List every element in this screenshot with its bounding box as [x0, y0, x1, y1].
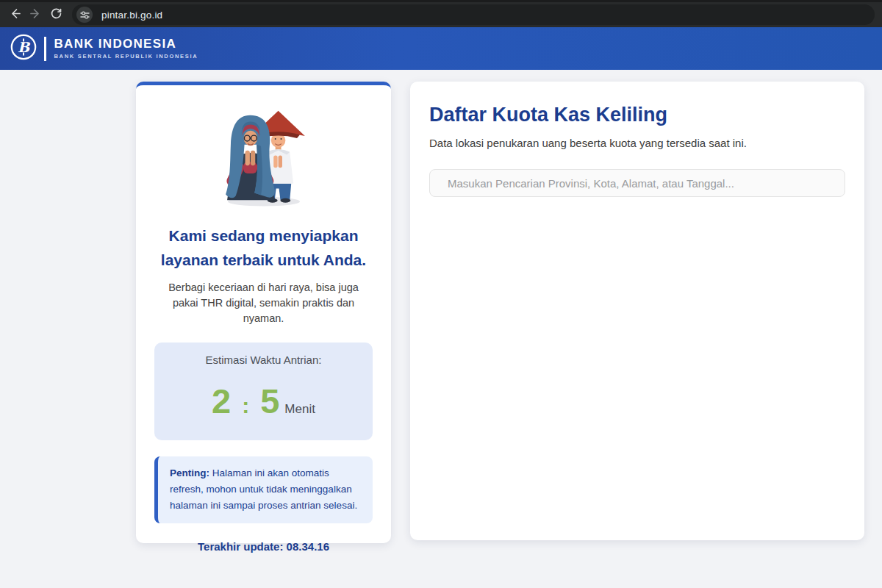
- time-unit: Menit: [284, 402, 315, 417]
- back-icon: [9, 7, 21, 22]
- queue-heading: Kami sedang menyiapkan layanan terbaik u…: [152, 223, 375, 272]
- time-seconds: 5: [260, 384, 279, 418]
- queue-description: Berbagi keceriaan di hari raya, bisa jug…: [154, 280, 373, 326]
- bank-tagline: BANK SENTRAL REPUBLIK INDONESIA: [54, 53, 198, 60]
- time-minutes: 2: [212, 384, 231, 418]
- quota-card: Daftar Kuota Kas Keliling Data lokasi pe…: [410, 82, 864, 540]
- screen: pintar.bi.go.id B BANK INDONESIA BANK SE…: [0, 0, 882, 588]
- forward-icon: [29, 7, 42, 22]
- quota-subtitle: Data lokasi penukaran uang beserta kuota…: [429, 137, 845, 149]
- greeting-illustration: [136, 104, 391, 212]
- reload-button[interactable]: [46, 4, 66, 25]
- last-update: Terakhir update: 08.34.16: [136, 540, 391, 553]
- reload-icon: [50, 7, 62, 22]
- queue-heading-line1: Kami sedang menyiapkan: [152, 223, 375, 248]
- estimate-time: 2 : 5 Menit: [162, 384, 365, 418]
- header-text: BANK INDONESIA BANK SENTRAL REPUBLIK IND…: [54, 37, 198, 60]
- brand-header: B BANK INDONESIA BANK SENTRAL REPUBLIK I…: [0, 27, 882, 70]
- estimate-box: Estimasi Waktu Antrian: 2 : 5 Menit: [154, 343, 373, 440]
- search-input[interactable]: [429, 169, 845, 197]
- url-bar[interactable]: pintar.bi.go.id: [72, 4, 875, 25]
- bank-indonesia-logo-icon: B: [10, 33, 37, 64]
- time-colon: :: [242, 393, 249, 418]
- queue-heading-line2: layanan terbaik untuk Anda.: [152, 248, 375, 272]
- header-divider: [44, 37, 46, 61]
- url-text: pintar.bi.go.id: [101, 10, 162, 21]
- bank-name: BANK INDONESIA: [54, 37, 198, 51]
- back-button[interactable]: [4, 4, 25, 25]
- notice-box: Penting: Halaman ini akan otomatis refre…: [154, 456, 373, 523]
- queue-status-card: Kami sedang menyiapkan layanan terbaik u…: [136, 82, 391, 543]
- browser-toolbar: pintar.bi.go.id: [0, 0, 882, 27]
- site-info-icon[interactable]: [76, 7, 93, 23]
- notice-label: Penting:: [170, 467, 209, 478]
- forward-button[interactable]: [25, 4, 46, 25]
- svg-text:B: B: [18, 39, 31, 55]
- quota-title: Daftar Kuota Kas Keliling: [429, 104, 845, 126]
- estimate-label: Estimasi Waktu Antrian:: [162, 354, 365, 366]
